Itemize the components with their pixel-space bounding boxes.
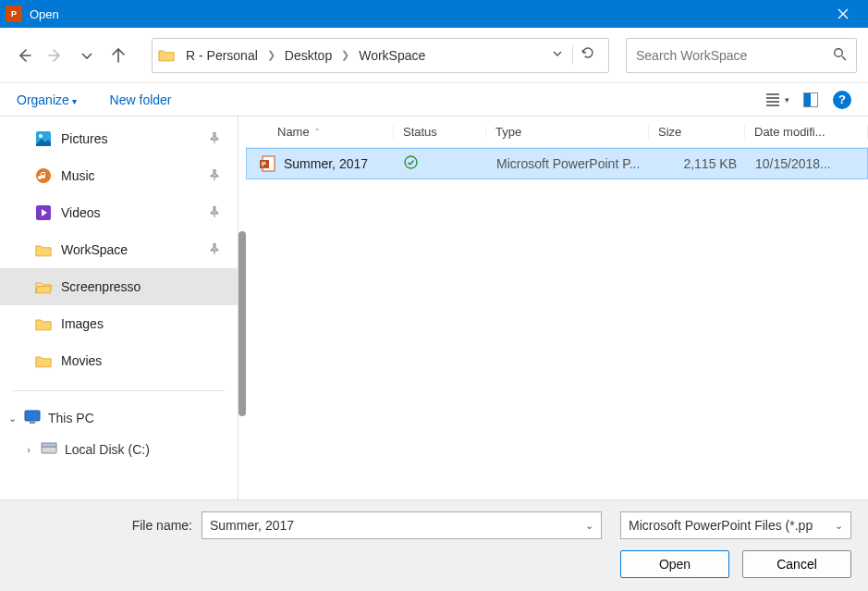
svg-rect-6	[30, 422, 35, 424]
up-button[interactable]	[105, 43, 131, 68]
new-folder-button[interactable]: New folder	[110, 92, 172, 107]
nav-scrollbar[interactable]	[238, 117, 246, 499]
pin-icon	[210, 132, 219, 146]
videos-icon	[35, 204, 52, 221]
window-title: Open	[30, 7, 824, 21]
sidebar-item-label: Pictures	[61, 131, 108, 146]
tree-item-local-disk[interactable]: › Local Disk (C:)	[0, 434, 238, 465]
sidebar-item-images[interactable]: Images	[0, 305, 238, 342]
sidebar-item-label: Movies	[61, 353, 102, 368]
file-date: 10/15/2018...	[746, 156, 867, 171]
sidebar-item-movies[interactable]: Movies	[0, 342, 238, 379]
column-headers: Name ˄ Status Type Size Date modifi...	[246, 117, 868, 148]
filetype-value: Microsoft PowerPoint Files (*.pp	[629, 518, 813, 533]
folder-icon	[35, 241, 52, 258]
cancel-button[interactable]: Cancel	[742, 550, 851, 578]
pin-icon	[210, 169, 219, 183]
help-button[interactable]: ?	[833, 91, 851, 109]
sidebar-item-label: Music	[61, 168, 95, 183]
organize-menu[interactable]: Organize	[17, 92, 77, 107]
tree-label: Local Disk (C:)	[65, 442, 150, 457]
column-header-status[interactable]: Status	[394, 125, 486, 139]
svg-text:P: P	[262, 161, 266, 167]
app-icon: P	[6, 6, 22, 22]
open-button[interactable]: Open	[620, 550, 729, 578]
filename-label: File name:	[17, 518, 202, 533]
close-icon	[837, 8, 849, 19]
crumb-mid[interactable]: Desktop	[281, 48, 336, 63]
search-box[interactable]	[626, 38, 857, 73]
arrow-up-icon	[110, 47, 127, 64]
file-type: Microsoft PowerPoint P...	[487, 156, 650, 171]
navigation-bar: R - Personal ❯ Desktop ❯ WorkSpace	[0, 28, 868, 83]
sidebar-item-pictures[interactable]: Pictures	[0, 120, 238, 157]
pin-icon	[210, 243, 219, 257]
chevron-down-icon	[552, 48, 563, 59]
column-header-date[interactable]: Date modifi...	[745, 125, 868, 139]
sidebar-item-music[interactable]: Music	[0, 157, 238, 194]
address-bar[interactable]: R - Personal ❯ Desktop ❯ WorkSpace	[152, 38, 609, 73]
pictures-icon	[35, 130, 52, 147]
arrow-left-icon	[16, 47, 32, 64]
sidebar-item-workspace[interactable]: WorkSpace	[0, 231, 238, 268]
svg-rect-7	[42, 447, 56, 453]
chevron-right-icon: ›	[17, 444, 41, 455]
pin-icon	[210, 206, 219, 220]
chevron-right-icon: ❯	[262, 49, 281, 61]
column-label: Name	[277, 125, 310, 139]
separator	[13, 390, 225, 391]
chevron-right-icon: ❯	[336, 49, 355, 61]
search-input[interactable]	[636, 48, 833, 63]
column-header-size[interactable]: Size	[649, 125, 745, 139]
list-icon	[766, 93, 783, 106]
svg-rect-5	[25, 411, 40, 421]
recent-locations-button[interactable]	[74, 43, 100, 68]
file-list: Name ˄ Status Type Size Date modifi... P…	[246, 117, 868, 499]
svg-point-0	[835, 48, 843, 56]
sidebar-item-videos[interactable]: Videos	[0, 194, 238, 231]
filename-combo[interactable]: Summer, 2017 ⌄	[202, 511, 602, 539]
preview-pane-button[interactable]	[798, 87, 824, 113]
sidebar-item-screenpresso[interactable]: Screenpresso	[0, 268, 238, 305]
folder-icon	[158, 48, 177, 63]
filetype-combo[interactable]: Microsoft PowerPoint Files (*.pp ⌄	[620, 511, 851, 539]
music-icon	[35, 167, 52, 184]
view-options-button[interactable]: ▾	[764, 87, 790, 113]
refresh-icon	[581, 45, 595, 60]
monitor-icon	[24, 410, 41, 427]
crumb-leaf[interactable]: WorkSpace	[355, 48, 429, 63]
title-bar: P Open	[0, 0, 868, 28]
close-button[interactable]	[824, 0, 862, 28]
tree-item-this-pc[interactable]: ⌄ This PC	[0, 402, 238, 434]
chevron-down-icon: ⌄	[585, 520, 593, 532]
sidebar-item-label: Images	[61, 316, 104, 331]
back-button[interactable]	[11, 43, 37, 68]
check-icon	[404, 155, 418, 169]
dialog-footer: File name: Summer, 2017 ⌄ Microsoft Powe…	[0, 499, 868, 591]
file-row[interactable]: PSummer, 2017Microsoft PowerPoint P...2,…	[246, 148, 868, 179]
arrow-right-icon	[47, 47, 64, 64]
column-header-name[interactable]: Name ˄	[246, 125, 394, 139]
chevron-down-icon: ⌄	[0, 412, 24, 425]
file-size: 2,115 KB	[650, 156, 746, 171]
search-icon	[833, 47, 847, 64]
sidebar-item-label: Screenpresso	[61, 279, 141, 294]
tree-label: This PC	[48, 411, 94, 425]
powerpoint-icon: P	[260, 155, 276, 172]
toolbar: Organize New folder ▾ ?	[0, 83, 868, 117]
preview-icon	[803, 92, 818, 107]
svg-point-2	[39, 134, 43, 138]
refresh-button[interactable]	[572, 45, 603, 65]
scrollbar-thumb[interactable]	[238, 231, 246, 416]
crumb-root[interactable]: R - Personal	[182, 48, 262, 63]
chevron-down-icon	[80, 49, 93, 62]
column-header-type[interactable]: Type	[486, 125, 649, 139]
chevron-down-icon: ⌄	[835, 520, 843, 532]
address-dropdown[interactable]	[543, 48, 572, 62]
forward-button[interactable]	[43, 43, 68, 68]
sidebar-item-label: Videos	[61, 205, 101, 220]
folder-icon	[35, 352, 52, 369]
svg-rect-8	[42, 443, 56, 447]
svg-point-12	[405, 156, 417, 168]
body: PicturesMusicVideosWorkSpaceScreenpresso…	[0, 117, 868, 499]
